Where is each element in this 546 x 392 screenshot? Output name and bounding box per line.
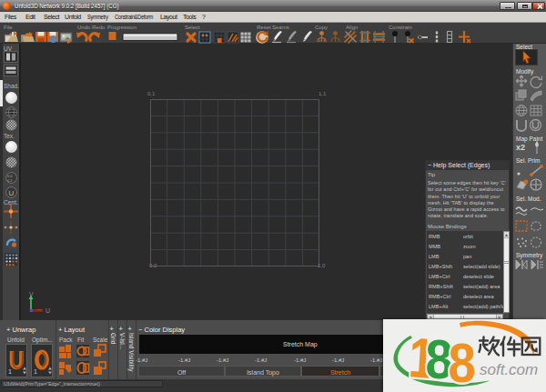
svg-text:U: U <box>9 188 15 196</box>
svg-text:0.2: 0.2 <box>7 177 13 182</box>
svg-text:8: 8 <box>449 331 476 392</box>
svg-text:U: U <box>46 307 50 314</box>
svg-text:1: 1 <box>34 368 37 375</box>
svg-text:1: 1 <box>8 368 12 375</box>
svg-text:soft.com: soft.com <box>480 361 538 378</box>
